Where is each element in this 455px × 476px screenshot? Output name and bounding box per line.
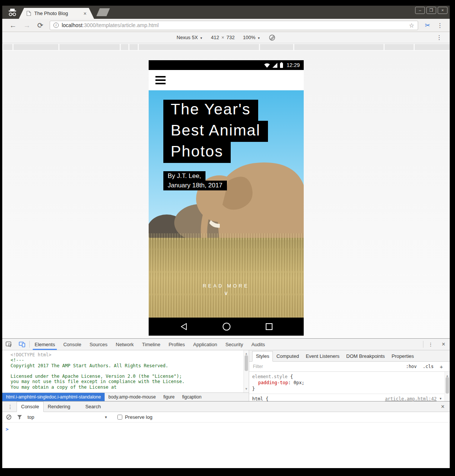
read-more-link[interactable]: READ MORE bbox=[149, 283, 304, 289]
styles-filter-input[interactable]: Filter bbox=[253, 364, 400, 369]
forward-icon[interactable]: → bbox=[20, 22, 34, 29]
read-more-chevron-icon[interactable]: ∨ bbox=[149, 290, 304, 297]
html-rule-selector[interactable]: html { bbox=[252, 396, 268, 401]
comment-line[interactable]: Copyright 2017 The AMP Start Authors. Al… bbox=[11, 363, 249, 368]
device-toolbar: Nexus 5X▼ 412×732 100%▼ ⋮ bbox=[2, 32, 450, 43]
maximize-button[interactable]: ❒ bbox=[426, 7, 436, 14]
devtools-tab-elements[interactable]: Elements bbox=[30, 339, 59, 350]
reload-icon[interactable]: ⟳ bbox=[34, 22, 47, 29]
devtools-tab-security[interactable]: Security bbox=[221, 339, 247, 350]
minimize-button[interactable]: – bbox=[415, 7, 425, 14]
elements-scrollbar[interactable]: ▲ ▼ bbox=[243, 350, 249, 392]
tab-event-listeners[interactable]: Event Listeners bbox=[302, 351, 343, 361]
page-icon bbox=[26, 11, 31, 16]
drawer-tab-search[interactable]: Search bbox=[81, 402, 105, 412]
bookmark-star-icon[interactable]: ☆ bbox=[409, 22, 414, 29]
preserve-log-checkbox[interactable] bbox=[117, 415, 122, 420]
breadcrumb-html[interactable]: html.i-amphtml-singledoc.i-amphtml-stand… bbox=[2, 393, 105, 401]
elements-tree-pane[interactable]: <!DOCTYPE html> <!--- Copyright 2017 The… bbox=[2, 350, 249, 401]
new-tab-button[interactable] bbox=[96, 8, 110, 16]
styles-rules-list[interactable]: element.style { padding-top: 0px; } html… bbox=[249, 372, 450, 401]
drawer-menu-icon[interactable]: ⋮ bbox=[2, 404, 17, 410]
console-log-area[interactable]: > bbox=[2, 423, 450, 468]
toggle-hover-state-button[interactable]: :hov bbox=[406, 364, 417, 369]
devtools-tab-sources[interactable]: Sources bbox=[85, 339, 112, 350]
article-date: January 18th, 2017 bbox=[163, 181, 227, 190]
devtools-tab-timeline[interactable]: Timeline bbox=[138, 339, 164, 350]
caret-down-icon: ▼ bbox=[440, 396, 441, 401]
close-window-button[interactable]: × bbox=[438, 7, 447, 14]
drawer-close-icon[interactable]: × bbox=[436, 403, 450, 410]
device-select[interactable]: Nexus 5X▼ bbox=[177, 35, 202, 40]
devtools-panel: Elements Console Sources Network Timelin… bbox=[2, 338, 450, 468]
devtools-tab-console[interactable]: Console bbox=[59, 339, 85, 350]
media-query-ruler[interactable] bbox=[2, 43, 450, 51]
preserve-log-label: Preserve log bbox=[125, 414, 152, 420]
android-back-icon[interactable] bbox=[180, 322, 188, 331]
viewport-size[interactable]: 412×732 bbox=[211, 35, 235, 40]
styles-sidebar-tabs: Styles Computed Event Listeners DOM Brea… bbox=[249, 350, 450, 362]
toggle-classes-button[interactable]: .cls bbox=[423, 364, 434, 369]
filter-funnel-icon[interactable] bbox=[17, 415, 22, 420]
device-toolbar-menu-icon[interactable]: ⋮ bbox=[433, 34, 445, 41]
back-icon[interactable]: ← bbox=[6, 22, 20, 29]
stylesheet-source-link[interactable]: article.amp.html:42 bbox=[385, 396, 437, 401]
tab-styles[interactable]: Styles bbox=[252, 351, 273, 362]
doctype-line[interactable]: <!DOCTYPE html> bbox=[11, 352, 249, 357]
devtools-tab-profiles[interactable]: Profiles bbox=[164, 339, 189, 350]
browser-navbar: ← → ⟳ i localhost:3000/templates/article… bbox=[2, 19, 450, 32]
devtools-close-icon[interactable]: × bbox=[437, 339, 450, 350]
devtools-tab-audits[interactable]: Audits bbox=[247, 339, 269, 350]
times-separator: × bbox=[221, 35, 224, 40]
viewport-width-field[interactable]: 412 bbox=[211, 35, 219, 40]
console-prompt-icon[interactable]: > bbox=[6, 426, 9, 432]
incognito-icon bbox=[6, 8, 19, 18]
comment-line[interactable]: you may not use this file except in comp… bbox=[11, 379, 249, 384]
hamburger-menu-icon[interactable] bbox=[155, 76, 166, 84]
breadcrumb-body[interactable]: body.amp-mode-mouse bbox=[105, 393, 160, 401]
preserve-log-toggle[interactable]: Preserve log bbox=[117, 414, 152, 420]
new-style-rule-button[interactable]: + bbox=[440, 363, 443, 370]
scissors-extension-icon[interactable]: ✂ bbox=[421, 21, 434, 29]
article-header bbox=[149, 70, 304, 90]
tab-close-icon[interactable]: × bbox=[84, 11, 87, 16]
url-bar[interactable]: i localhost:3000/templates/article.amp.h… bbox=[50, 21, 418, 30]
zoom-select[interactable]: 100%▼ bbox=[243, 35, 260, 40]
tab-computed[interactable]: Computed bbox=[273, 351, 302, 361]
breadcrumb-figcaption[interactable]: figcaption bbox=[178, 393, 205, 401]
execution-context-selector[interactable]: top bbox=[27, 414, 99, 420]
clear-console-icon[interactable] bbox=[6, 414, 12, 420]
browser-titlebar: The Photo Blog × – ❒ × bbox=[2, 6, 450, 19]
tab-properties[interactable]: Properties bbox=[388, 351, 417, 361]
tab-title: The Photo Blog bbox=[34, 11, 84, 16]
site-info-icon[interactable]: i bbox=[53, 23, 59, 28]
tab-dom-breakpoints[interactable]: DOM Breakpoints bbox=[343, 351, 388, 361]
css-property-value[interactable]: 0px; bbox=[294, 380, 304, 385]
caret-down-icon[interactable]: ▼ bbox=[104, 415, 108, 419]
inspect-element-icon[interactable] bbox=[2, 339, 15, 350]
browser-menu-icon[interactable]: ⋮ bbox=[434, 22, 446, 29]
toggle-device-toolbar-icon[interactable] bbox=[15, 339, 29, 350]
android-home-icon[interactable] bbox=[222, 322, 231, 331]
browser-tab[interactable]: The Photo Blog × bbox=[19, 8, 94, 19]
android-recents-icon[interactable] bbox=[265, 323, 273, 330]
comment-line[interactable]: Licensed under the Apache License, Versi… bbox=[11, 374, 249, 379]
comment-line[interactable]: You may obtain a copy of the License at bbox=[11, 385, 249, 390]
scroll-down-icon[interactable]: ▼ bbox=[244, 386, 249, 392]
element-style-selector[interactable]: element.style bbox=[252, 374, 288, 379]
styles-scrollbar[interactable]: ▲ bbox=[444, 372, 450, 401]
rotate-viewport-icon[interactable] bbox=[269, 34, 275, 41]
comment-line[interactable]: <!--- bbox=[11, 357, 249, 363]
drawer-tab-rendering[interactable]: Rendering bbox=[44, 402, 75, 412]
drawer-tab-console[interactable]: Console bbox=[17, 401, 44, 412]
devtools-menu-icon[interactable]: ⋮ bbox=[424, 339, 437, 350]
viewport-height-field[interactable]: 732 bbox=[227, 35, 235, 40]
url-text[interactable]: localhost:3000/templates/article.amp.htm… bbox=[62, 22, 409, 28]
devtools-tab-network[interactable]: Network bbox=[112, 339, 138, 350]
emulated-viewport-area: 12:29 bbox=[2, 51, 450, 338]
css-property-name[interactable]: padding-top bbox=[258, 380, 288, 385]
devtools-tab-application[interactable]: Application bbox=[189, 339, 221, 350]
styles-filter-bar: Filter :hov .cls + bbox=[249, 362, 450, 372]
url-path: :3000/templates/article.amp.html bbox=[82, 22, 158, 28]
breadcrumb-figure[interactable]: figure bbox=[160, 393, 178, 401]
